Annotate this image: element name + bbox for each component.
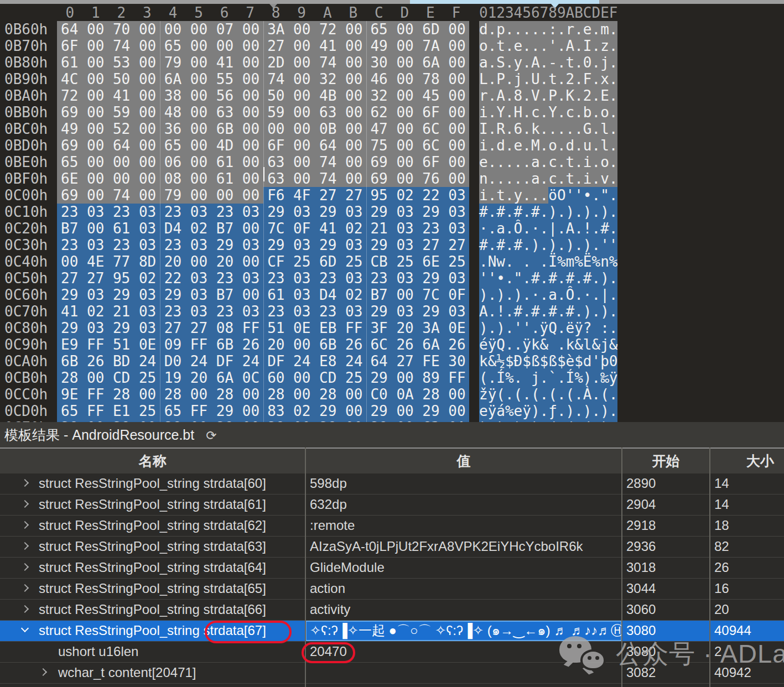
hex-byte-group[interactable]: 64 00 70 00 (57, 21, 160, 38)
hex-byte-group[interactable]: 08 00 61 00 (160, 170, 263, 187)
hex-byte-group[interactable]: 28 00 28 00 (160, 386, 263, 403)
hex-byte-group[interactable]: F6 4F 27 27 (263, 187, 366, 204)
template-row[interactable]: struct ResStringPool_string strdata[66]a… (0, 600, 784, 621)
template-row[interactable]: struct ResStringPool_string strdata[62]:… (0, 516, 784, 537)
hex-byte-group[interactable]: 28 00 CD 25 (57, 369, 160, 386)
hex-byte-group[interactable]: 61 03 D4 02 (263, 287, 366, 303)
chevron-right-icon[interactable] (21, 584, 29, 592)
hex-byte-group[interactable]: 4C 00 50 00 (57, 71, 160, 87)
hex-byte-group[interactable]: 9E FF 28 00 (57, 386, 160, 403)
chevron-right-icon[interactable] (21, 542, 29, 550)
hex-byte-group[interactable]: 6E 00 00 00 (57, 170, 160, 187)
hex-byte-group[interactable]: 79 00 00 00 (160, 187, 263, 204)
hex-byte-group[interactable]: 3A 00 72 00 (263, 21, 366, 38)
ascii-column[interactable]: d.p.....:.r.e.m. (479, 21, 617, 38)
hex-byte-group[interactable]: 29 00 89 FF (366, 369, 469, 386)
hex-byte-group[interactable]: CB 25 6E 25 (366, 253, 469, 270)
hex-rows[interactable]: 0B60h64 00 70 0000 00 07 003A 00 72 0065… (0, 21, 784, 422)
hex-byte-group[interactable]: 28 00 28 00 (263, 386, 366, 403)
hex-byte-group[interactable]: 19 20 6A 0C (160, 369, 263, 386)
hex-byte-group[interactable]: 29 03 29 03 (263, 204, 366, 220)
hex-byte-group[interactable]: 27 00 41 00 (263, 38, 366, 54)
ascii-column[interactable]: eÿá%eÿ).ƒ.).).). (479, 403, 617, 419)
hex-byte-group[interactable]: 23 03 23 03 (160, 303, 263, 320)
hex-byte-group[interactable]: 51 0E EB FF (263, 320, 366, 336)
column-header-start[interactable]: 开始 (622, 449, 710, 473)
chevron-right-icon[interactable] (21, 521, 29, 529)
hex-byte-group[interactable]: D0 24 DF 24 (160, 353, 263, 369)
hex-byte-group[interactable]: 69 00 64 00 (57, 137, 160, 154)
hex-byte-group[interactable]: 69 00 74 00 (57, 187, 160, 204)
template-row[interactable]: struct ResStringPool_string strdata[63]A… (0, 537, 784, 558)
hex-byte-group[interactable]: 65 00 4D 00 (160, 137, 263, 154)
ascii-column[interactable]: ).).).·.a.Ô.·.|. (479, 287, 617, 303)
hex-byte-group[interactable]: 41 02 21 03 (57, 303, 160, 320)
hex-byte-group[interactable]: 48 00 63 00 (160, 104, 263, 121)
hex-byte-group[interactable]: 23 03 23 03 (160, 204, 263, 220)
hex-byte-group[interactable]: 63 00 74 00 (263, 154, 366, 170)
ascii-column[interactable]: ·.a.Ô.·.|.A.!.#. (479, 220, 617, 237)
hex-byte-group[interactable]: 29 00 29 00 (366, 403, 469, 419)
ascii-column[interactable]: a.S.y.A.-.t.0.j. (479, 54, 617, 71)
hex-byte-group[interactable]: 46 00 78 00 (366, 71, 469, 87)
hex-byte-group[interactable]: B7 00 61 03 (57, 220, 160, 237)
hex-byte-group[interactable]: 3F 20 3A 0E (366, 320, 469, 336)
column-header-name[interactable]: 名称 (0, 449, 305, 473)
chevron-right-icon[interactable] (21, 605, 29, 613)
hex-byte-group[interactable]: 29 03 29 03 (57, 320, 160, 336)
hex-byte-group[interactable]: 29 03 27 27 (366, 237, 469, 253)
hex-byte-group[interactable]: 00 00 07 00 (160, 21, 263, 38)
hex-byte-group[interactable]: 23 03 23 03 (57, 204, 160, 220)
chevron-right-icon[interactable] (39, 668, 47, 676)
hex-byte-group[interactable]: 2D 00 74 00 (263, 54, 366, 71)
ascii-column[interactable]: éÿQ..ÿk& .k&l&j& (479, 336, 617, 353)
ascii-column[interactable]: n.....a.c.t.i.v. (479, 170, 617, 187)
hex-byte-group[interactable]: 50 00 4B 00 (263, 87, 366, 104)
hex-byte-group[interactable]: 65 00 00 00 (57, 154, 160, 170)
hex-byte-group[interactable]: 20 00 6B 26 (263, 336, 366, 353)
ascii-column[interactable]: k&½$Ð$ß$ß$è$d'þ0 (479, 353, 617, 369)
hex-byte-group[interactable]: 49 00 52 00 (57, 121, 160, 137)
chevron-right-icon[interactable] (21, 500, 29, 508)
hex-byte-group[interactable]: 29 03 29 03 (57, 287, 160, 303)
hex-byte-group[interactable]: 36 00 6B 00 (160, 121, 263, 137)
hex-byte-group[interactable]: 38 00 56 00 (160, 87, 263, 104)
hex-byte-group[interactable]: 61 00 53 00 (57, 54, 160, 71)
ascii-column[interactable]: i.d.e.M.o.d.u.l. (479, 137, 617, 154)
hex-byte-group[interactable]: 59 00 63 00 (263, 104, 366, 121)
template-row[interactable]: struct ResStringPool_string strdata[64]G… (0, 558, 784, 579)
chevron-right-icon[interactable] (21, 563, 29, 571)
hex-byte-group[interactable]: 47 00 6C 00 (366, 121, 469, 137)
hex-byte-group[interactable]: 49 00 7A 00 (366, 38, 469, 54)
hex-byte-group[interactable]: 32 00 45 00 (366, 87, 469, 104)
ascii-column[interactable]: A.!.#.#.#.#.).). (479, 303, 617, 320)
hex-byte-group[interactable]: 65 FF 29 00 (160, 403, 263, 419)
hex-byte-group[interactable]: 6F 00 74 00 (57, 38, 160, 54)
hex-byte-group[interactable]: 00 4E 77 8D (57, 253, 160, 270)
hex-byte-group[interactable]: 79 00 41 00 (160, 54, 263, 71)
hex-byte-group[interactable]: 6C 26 6A 26 (366, 336, 469, 353)
hex-byte-group[interactable]: DF 24 E8 24 (263, 353, 366, 369)
ascii-column[interactable]: i.Y.H.c.Y.c.b.o. (479, 104, 617, 121)
column-header-value[interactable]: 值 (305, 449, 622, 473)
hex-byte-group[interactable]: 09 FF 6B 26 (160, 336, 263, 353)
hex-byte-group[interactable]: 60 00 CD 25 (263, 369, 366, 386)
ascii-column[interactable]: r.A.8.V.P.K.2.E. (479, 87, 617, 104)
hex-byte-group[interactable]: 63 00 74 00 (263, 170, 366, 187)
hex-byte-group[interactable]: 29 03 29 03 (366, 303, 469, 320)
hex-byte-group[interactable]: 27 27 95 02 (57, 270, 160, 287)
hex-byte-group[interactable]: 27 27 08 FF (160, 320, 263, 336)
hex-byte-group[interactable]: 23 03 23 03 (263, 303, 366, 320)
hex-byte-group[interactable]: 29 03 B7 00 (160, 287, 263, 303)
ascii-column[interactable]: o.t.e...'.A.I.z. (479, 38, 617, 54)
hex-byte-group[interactable]: 95 02 22 03 (366, 187, 469, 204)
hex-byte-group[interactable]: 64 27 FE 30 (366, 353, 469, 369)
hex-byte-group[interactable]: 69 00 6F 00 (366, 154, 469, 170)
hex-byte-group[interactable]: 23 03 23 03 (57, 237, 160, 253)
ascii-column[interactable]: (.Í%. j.`.Í%).‰ÿ (479, 369, 617, 386)
hex-byte-group[interactable]: 7C 0F 41 02 (263, 220, 366, 237)
ascii-column[interactable]: #.#.#.#.).).).). (479, 204, 617, 220)
hex-byte-group[interactable]: 6B 26 BD 24 (57, 353, 160, 369)
hex-byte-group[interactable]: 83 02 29 00 (263, 403, 366, 419)
hex-byte-group[interactable]: 6A 00 55 00 (160, 71, 263, 87)
